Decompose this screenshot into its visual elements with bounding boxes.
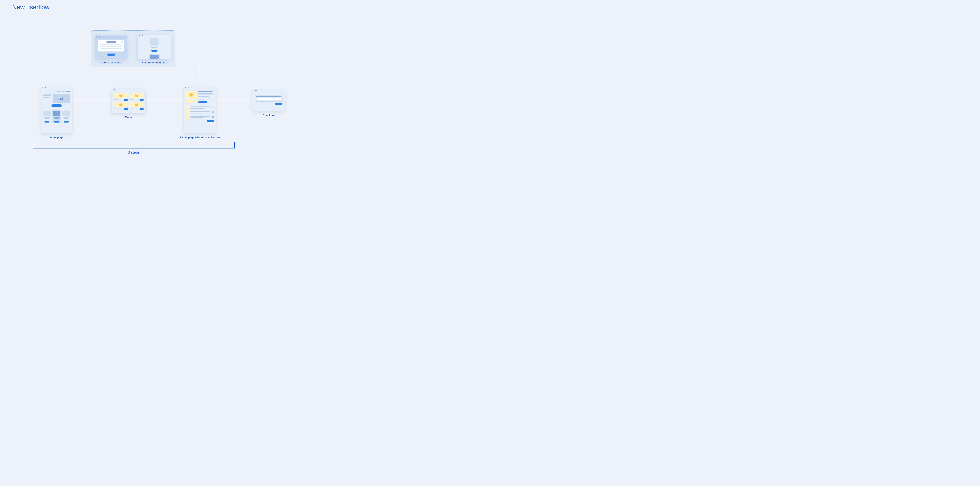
wf-checkout <box>252 89 285 111</box>
nav-link <box>66 91 70 92</box>
placeholder-line <box>191 117 204 118</box>
product-thumb <box>193 100 197 103</box>
placeholder-line <box>191 111 210 112</box>
wf-caption-homepage: Homepage <box>41 136 72 139</box>
tag-icon <box>119 94 123 97</box>
pill-button <box>45 121 49 123</box>
placeholder-line <box>198 99 205 99</box>
meal-row <box>186 110 214 114</box>
menu-card <box>113 93 128 101</box>
placeholder-block <box>53 111 60 116</box>
placeholder-line <box>129 99 134 100</box>
window-dot-icon <box>113 89 114 90</box>
placeholder-line <box>54 117 59 118</box>
product-image <box>186 91 197 99</box>
product-thumb <box>189 100 193 103</box>
placeholder-line <box>43 97 49 98</box>
placeholder-line <box>43 94 51 94</box>
svg-point-1 <box>62 97 63 97</box>
placeholder-line <box>45 118 49 119</box>
wf-caption-detail: Detail page with meal selection <box>176 136 224 139</box>
primary-button <box>275 103 282 105</box>
window-dot-icon <box>45 87 46 88</box>
pill-button <box>140 108 144 110</box>
window-dot-icon <box>254 90 255 91</box>
svg-marker-0 <box>59 97 64 100</box>
pill-button <box>54 121 59 123</box>
wf-body <box>138 36 171 59</box>
flow-connector <box>145 99 184 99</box>
window-dot-icon <box>185 87 186 88</box>
feature-card-selected <box>52 110 61 123</box>
wf-titlebar <box>184 86 216 89</box>
window-dot-icon <box>186 87 187 88</box>
menu-card <box>113 102 128 110</box>
meal-row <box>186 115 214 119</box>
form-field <box>275 98 281 100</box>
placeholder-line <box>191 116 210 117</box>
nav-link <box>62 91 65 92</box>
flow-connector <box>216 99 252 99</box>
window-dot-icon <box>96 36 97 37</box>
meal-thumb <box>186 110 189 114</box>
meal-row <box>186 106 214 109</box>
meal-thumb <box>186 106 189 109</box>
checkout-form <box>255 94 282 102</box>
window-dot-icon <box>139 35 140 36</box>
primary-button <box>151 50 158 52</box>
wf-calorie-calculator <box>95 35 127 59</box>
placeholder-line <box>64 118 68 119</box>
pill-button <box>124 108 128 110</box>
primary-button <box>107 54 115 56</box>
wf-homepage <box>41 86 72 134</box>
window-dot-icon <box>98 36 99 37</box>
placeholder-line <box>191 113 204 113</box>
feature-card <box>43 111 51 123</box>
placeholder-line <box>129 108 134 109</box>
product-thumb <box>186 100 189 103</box>
wf-caption-checkout: Checkout <box>252 114 285 117</box>
product-tile <box>113 102 128 107</box>
wf-caption-calorie-calculator: Calorie calculator <box>95 61 127 64</box>
userflow-diagram: New userflow Calorie calculator <box>0 0 326 162</box>
pill-button <box>124 99 128 101</box>
placeholder-line <box>113 108 118 109</box>
window-dot-icon <box>44 87 45 88</box>
card-row <box>43 110 70 123</box>
window-dot-icon <box>116 89 116 90</box>
remove-icon <box>212 107 214 108</box>
placeholder-line <box>100 46 122 47</box>
window-dot-icon <box>188 87 189 88</box>
steps-bracket <box>33 142 235 148</box>
placeholder-block <box>150 38 159 45</box>
placeholder-line <box>198 93 213 94</box>
placeholder-line <box>100 48 122 49</box>
wf-titlebar <box>252 89 285 92</box>
placeholder-line <box>151 46 158 46</box>
tag-icon <box>119 102 123 107</box>
placeholder-line <box>191 107 210 107</box>
wf-caption-recommended-plan: Recommended plan <box>138 61 171 64</box>
pill-button <box>64 121 69 123</box>
placeholder-line <box>54 118 59 119</box>
steps-bracket-label: 3 steps <box>33 150 235 155</box>
product-tile <box>113 93 128 98</box>
wf-body <box>41 89 72 134</box>
window-dot-icon <box>256 90 257 91</box>
remove-icon <box>212 116 214 118</box>
placeholder-line <box>198 94 213 96</box>
window-dot-icon <box>99 36 100 37</box>
wf-body <box>95 38 127 59</box>
product-tile <box>129 102 144 107</box>
window-dot-icon <box>141 35 142 36</box>
placeholder-line <box>63 117 69 118</box>
remove-icon <box>212 111 214 113</box>
wf-recommended-plan <box>138 35 171 59</box>
wf-detail-page <box>184 86 216 134</box>
placeholder-block <box>62 111 70 116</box>
menu-card <box>129 93 144 101</box>
placeholder-line <box>151 47 158 48</box>
pill-button <box>140 99 144 101</box>
plan-card-selected <box>149 54 160 59</box>
primary-button <box>51 104 62 107</box>
